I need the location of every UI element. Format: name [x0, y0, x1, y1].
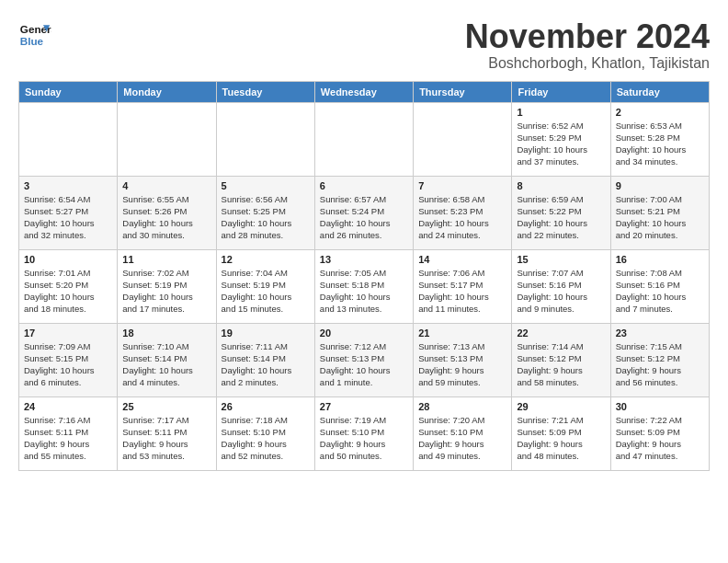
day-info: Sunrise: 6:53 AM Sunset: 5:28 PM Dayligh… [616, 120, 704, 168]
weekday-header: Friday [512, 81, 610, 102]
day-number: 10 [24, 254, 112, 265]
calendar-cell: 30Sunrise: 7:22 AM Sunset: 5:09 PM Dayli… [610, 396, 709, 470]
day-info: Sunrise: 7:16 AM Sunset: 5:11 PM Dayligh… [24, 414, 112, 463]
weekday-header: Wednesday [314, 81, 413, 102]
weekday-header: Sunday [19, 81, 118, 102]
calendar-cell: 3Sunrise: 6:54 AM Sunset: 5:27 PM Daylig… [19, 176, 118, 249]
calendar-cell: 11Sunrise: 7:02 AM Sunset: 5:19 PM Dayli… [118, 249, 216, 323]
day-number: 8 [517, 180, 605, 191]
day-number: 28 [418, 401, 506, 412]
day-info: Sunrise: 6:59 AM Sunset: 5:22 PM Dayligh… [517, 193, 605, 242]
calendar-cell: 24Sunrise: 7:16 AM Sunset: 5:11 PM Dayli… [19, 396, 118, 470]
day-info: Sunrise: 7:01 AM Sunset: 5:20 PM Dayligh… [24, 267, 112, 316]
logo-icon: General Blue [18, 18, 51, 52]
day-number: 22 [517, 327, 605, 339]
calendar-cell: 16Sunrise: 7:08 AM Sunset: 5:16 PM Dayli… [610, 249, 709, 323]
day-info: Sunrise: 7:19 AM Sunset: 5:10 PM Dayligh… [320, 414, 408, 463]
day-info: Sunrise: 7:15 AM Sunset: 5:12 PM Dayligh… [616, 340, 704, 389]
day-number: 3 [24, 180, 112, 191]
day-number: 27 [320, 401, 408, 412]
day-info: Sunrise: 6:55 AM Sunset: 5:26 PM Dayligh… [122, 193, 210, 242]
calendar-cell: 15Sunrise: 7:07 AM Sunset: 5:16 PM Dayli… [512, 249, 610, 323]
calendar-cell [314, 102, 413, 176]
calendar-cell: 5Sunrise: 6:56 AM Sunset: 5:25 PM Daylig… [216, 176, 314, 249]
day-number: 24 [24, 401, 112, 412]
calendar-cell: 6Sunrise: 6:57 AM Sunset: 5:24 PM Daylig… [314, 176, 413, 249]
calendar-header-row: SundayMondayTuesdayWednesdayThursdayFrid… [19, 81, 710, 102]
day-number: 5 [222, 180, 310, 191]
day-number: 1 [517, 107, 605, 118]
location-title: Boshchorbogh, Khatlon, Tajikistan [465, 55, 710, 72]
calendar-cell: 21Sunrise: 7:13 AM Sunset: 5:13 PM Dayli… [414, 323, 512, 396]
day-info: Sunrise: 7:14 AM Sunset: 5:12 PM Dayligh… [517, 340, 605, 389]
day-number: 14 [418, 254, 506, 265]
calendar-cell: 28Sunrise: 7:20 AM Sunset: 5:10 PM Dayli… [414, 396, 512, 470]
calendar-cell: 8Sunrise: 6:59 AM Sunset: 5:22 PM Daylig… [512, 176, 610, 249]
day-info: Sunrise: 7:00 AM Sunset: 5:21 PM Dayligh… [616, 193, 704, 242]
day-info: Sunrise: 7:05 AM Sunset: 5:18 PM Dayligh… [320, 267, 408, 316]
day-info: Sunrise: 7:13 AM Sunset: 5:13 PM Dayligh… [418, 340, 506, 389]
calendar-cell: 1Sunrise: 6:52 AM Sunset: 5:29 PM Daylig… [512, 102, 610, 176]
calendar-cell: 26Sunrise: 7:18 AM Sunset: 5:10 PM Dayli… [216, 396, 314, 470]
calendar-cell [19, 102, 118, 176]
page-header: General Blue November 2024 Boshchorbogh,… [18, 18, 710, 72]
day-info: Sunrise: 6:56 AM Sunset: 5:25 PM Dayligh… [222, 193, 310, 242]
day-number: 23 [616, 327, 704, 339]
calendar-cell [118, 102, 216, 176]
day-number: 21 [418, 327, 506, 339]
day-info: Sunrise: 7:10 AM Sunset: 5:14 PM Dayligh… [122, 340, 210, 389]
day-info: Sunrise: 7:22 AM Sunset: 5:09 PM Dayligh… [616, 414, 704, 463]
calendar-cell: 17Sunrise: 7:09 AM Sunset: 5:15 PM Dayli… [19, 323, 118, 396]
day-info: Sunrise: 7:20 AM Sunset: 5:10 PM Dayligh… [418, 414, 506, 463]
day-info: Sunrise: 6:57 AM Sunset: 5:24 PM Dayligh… [320, 193, 408, 242]
calendar-week-row: 10Sunrise: 7:01 AM Sunset: 5:20 PM Dayli… [19, 249, 710, 323]
calendar-cell: 20Sunrise: 7:12 AM Sunset: 5:13 PM Dayli… [314, 323, 413, 396]
calendar-cell [216, 102, 314, 176]
calendar-cell: 10Sunrise: 7:01 AM Sunset: 5:20 PM Dayli… [19, 249, 118, 323]
day-number: 2 [616, 107, 704, 118]
day-number: 6 [320, 180, 408, 191]
calendar-cell: 13Sunrise: 7:05 AM Sunset: 5:18 PM Dayli… [314, 249, 413, 323]
calendar-cell: 22Sunrise: 7:14 AM Sunset: 5:12 PM Dayli… [512, 323, 610, 396]
calendar-cell: 4Sunrise: 6:55 AM Sunset: 5:26 PM Daylig… [118, 176, 216, 249]
calendar-cell: 2Sunrise: 6:53 AM Sunset: 5:28 PM Daylig… [610, 102, 709, 176]
day-info: Sunrise: 6:52 AM Sunset: 5:29 PM Dayligh… [517, 120, 605, 168]
day-number: 17 [24, 327, 112, 339]
day-info: Sunrise: 6:58 AM Sunset: 5:23 PM Dayligh… [418, 193, 506, 242]
day-number: 12 [222, 254, 310, 265]
day-info: Sunrise: 7:08 AM Sunset: 5:16 PM Dayligh… [616, 267, 704, 316]
day-info: Sunrise: 7:04 AM Sunset: 5:19 PM Dayligh… [222, 267, 310, 316]
day-number: 7 [418, 180, 506, 191]
day-number: 4 [122, 180, 210, 191]
day-number: 25 [122, 401, 210, 412]
day-info: Sunrise: 7:09 AM Sunset: 5:15 PM Dayligh… [24, 340, 112, 389]
calendar-cell: 25Sunrise: 7:17 AM Sunset: 5:11 PM Dayli… [118, 396, 216, 470]
calendar-cell: 9Sunrise: 7:00 AM Sunset: 5:21 PM Daylig… [610, 176, 709, 249]
calendar-cell [414, 102, 512, 176]
day-number: 13 [320, 254, 408, 265]
calendar-cell: 29Sunrise: 7:21 AM Sunset: 5:09 PM Dayli… [512, 396, 610, 470]
svg-text:Blue: Blue [20, 35, 44, 47]
day-info: Sunrise: 7:12 AM Sunset: 5:13 PM Dayligh… [320, 340, 408, 389]
day-number: 20 [320, 327, 408, 339]
day-number: 30 [616, 401, 704, 412]
weekday-header: Monday [118, 81, 216, 102]
day-number: 15 [517, 254, 605, 265]
calendar-week-row: 17Sunrise: 7:09 AM Sunset: 5:15 PM Dayli… [19, 323, 710, 396]
day-info: Sunrise: 7:11 AM Sunset: 5:14 PM Dayligh… [222, 340, 310, 389]
calendar-cell: 23Sunrise: 7:15 AM Sunset: 5:12 PM Dayli… [610, 323, 709, 396]
calendar-week-row: 3Sunrise: 6:54 AM Sunset: 5:27 PM Daylig… [19, 176, 710, 249]
calendar-cell: 7Sunrise: 6:58 AM Sunset: 5:23 PM Daylig… [414, 176, 512, 249]
calendar-cell: 19Sunrise: 7:11 AM Sunset: 5:14 PM Dayli… [216, 323, 314, 396]
calendar-week-row: 24Sunrise: 7:16 AM Sunset: 5:11 PM Dayli… [19, 396, 710, 470]
month-title: November 2024 [465, 18, 710, 55]
day-info: Sunrise: 7:06 AM Sunset: 5:17 PM Dayligh… [418, 267, 506, 316]
day-info: Sunrise: 7:21 AM Sunset: 5:09 PM Dayligh… [517, 414, 605, 463]
calendar-week-row: 1Sunrise: 6:52 AM Sunset: 5:29 PM Daylig… [19, 102, 710, 176]
day-number: 18 [122, 327, 210, 339]
day-info: Sunrise: 7:17 AM Sunset: 5:11 PM Dayligh… [122, 414, 210, 463]
calendar-cell: 14Sunrise: 7:06 AM Sunset: 5:17 PM Dayli… [414, 249, 512, 323]
calendar-cell: 27Sunrise: 7:19 AM Sunset: 5:10 PM Dayli… [314, 396, 413, 470]
day-info: Sunrise: 7:02 AM Sunset: 5:19 PM Dayligh… [122, 267, 210, 316]
calendar-cell: 18Sunrise: 7:10 AM Sunset: 5:14 PM Dayli… [118, 323, 216, 396]
